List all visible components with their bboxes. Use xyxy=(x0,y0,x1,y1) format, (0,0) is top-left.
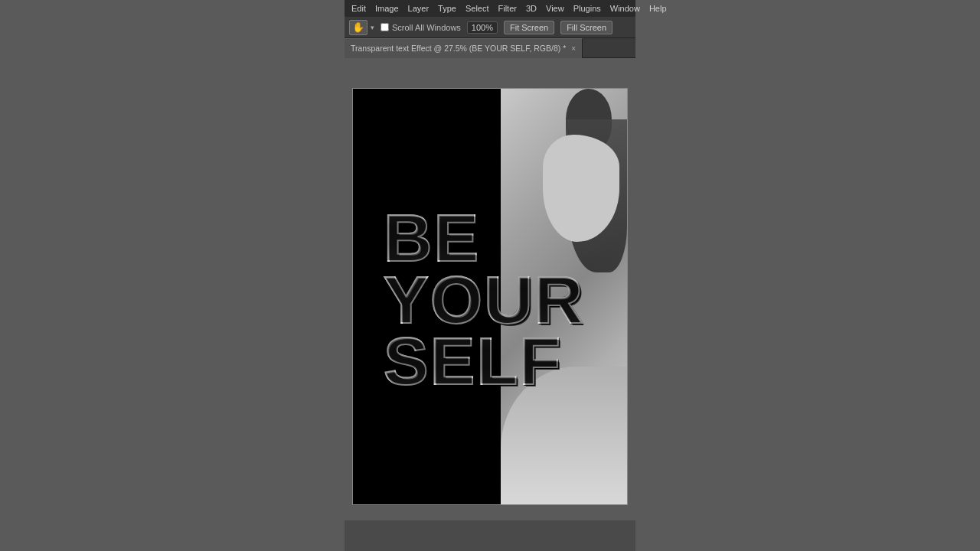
scroll-all-windows-label: Scroll All Windows xyxy=(381,23,461,32)
scroll-all-windows-checkbox[interactable] xyxy=(381,23,389,31)
tool-dropdown-arrow[interactable]: ▾ xyxy=(371,24,374,31)
artwork-canvas: BE YOUR SELF xyxy=(352,88,628,505)
menu-plugins[interactable]: Plugins xyxy=(570,2,605,15)
canvas-area: BE YOUR SELF xyxy=(345,58,635,534)
tab-close-button[interactable]: × xyxy=(571,44,576,53)
side-panel-left xyxy=(0,0,345,551)
document-tab[interactable]: Transparent text Effect @ 27.5% (BE YOUR… xyxy=(345,38,583,58)
tab-title: Transparent text Effect @ 27.5% (BE YOUR… xyxy=(351,44,566,53)
fit-screen-button[interactable]: Fit Screen xyxy=(504,21,554,34)
menu-window[interactable]: Window xyxy=(606,2,644,15)
menu-view[interactable]: View xyxy=(542,2,568,15)
menu-help[interactable]: Help xyxy=(645,2,671,15)
menu-edit[interactable]: Edit xyxy=(348,2,370,15)
hand-tool-button[interactable]: ✋ xyxy=(349,20,368,35)
menu-select[interactable]: Select xyxy=(462,2,493,15)
black-left-half xyxy=(353,89,501,504)
zoom-display: 100% xyxy=(467,21,498,34)
menu-bar: Edit Image Layer Type Select Filter 3D V… xyxy=(345,0,635,17)
bottom-continuation xyxy=(345,520,635,551)
menu-layer[interactable]: Layer xyxy=(404,2,433,15)
menu-3d[interactable]: 3D xyxy=(522,2,541,15)
options-bar: ✋ ▾ Scroll All Windows 100% Fit Screen F… xyxy=(345,17,635,38)
person-figure xyxy=(501,89,627,504)
menu-type[interactable]: Type xyxy=(434,2,460,15)
fill-screen-button[interactable]: Fill Screen xyxy=(560,21,612,34)
scroll-all-windows-text: Scroll All Windows xyxy=(392,23,461,32)
menu-image[interactable]: Image xyxy=(371,2,403,15)
photoshop-window: Edit Image Layer Type Select Filter 3D V… xyxy=(345,0,635,551)
tab-bar: Transparent text Effect @ 27.5% (BE YOUR… xyxy=(345,38,635,58)
photo-right-half xyxy=(501,89,627,504)
shoulder xyxy=(501,367,627,504)
menu-filter[interactable]: Filter xyxy=(495,2,521,15)
side-panel-right xyxy=(635,0,980,551)
hand-icon: ✋ xyxy=(352,21,364,33)
